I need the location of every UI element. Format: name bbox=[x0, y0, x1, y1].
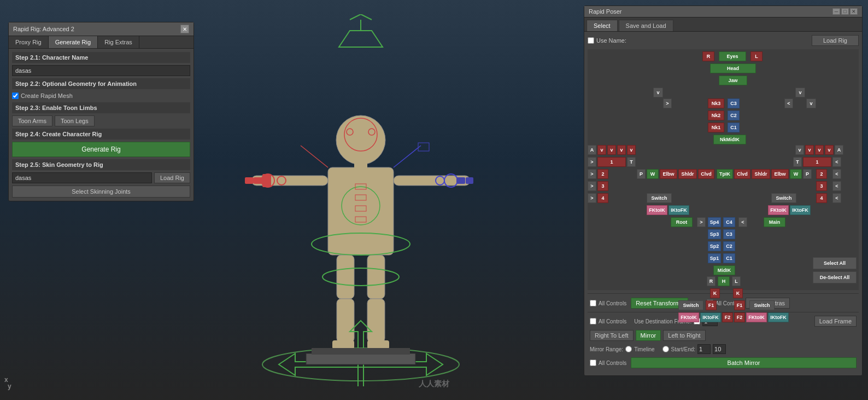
num3-left[interactable]: 3 bbox=[597, 181, 608, 191]
v-right-2[interactable]: v bbox=[805, 145, 814, 155]
num2-left[interactable]: 2 bbox=[597, 169, 608, 179]
arrow-lt-4[interactable]: < bbox=[832, 193, 841, 203]
switch-foot-right[interactable]: Switch bbox=[749, 300, 775, 310]
c2-bot-button[interactable]: C2 bbox=[723, 241, 735, 251]
eyes-l-button[interactable]: L bbox=[750, 51, 763, 61]
a-right[interactable]: A bbox=[835, 145, 843, 155]
nkmidik-button[interactable]: NkMidIK bbox=[713, 135, 746, 144]
toon-legs-button[interactable]: Toon Legs bbox=[55, 115, 95, 126]
iktofk-right[interactable]: IKtoFK bbox=[790, 205, 811, 215]
select-skinning-joints-button[interactable]: Select Skinning Joints bbox=[12, 185, 190, 198]
num3-right[interactable]: 3 bbox=[816, 181, 827, 191]
iktofk-left[interactable]: IKtoFK bbox=[668, 205, 689, 215]
v-top-right[interactable]: v bbox=[795, 88, 805, 97]
tab-proxy-rig[interactable]: Proxy Rig bbox=[9, 36, 49, 48]
sp1-button[interactable]: Sp1 bbox=[708, 253, 721, 263]
load-rig-button[interactable]: Load Rig bbox=[154, 172, 190, 183]
a-left[interactable]: A bbox=[588, 145, 596, 155]
end-val-input[interactable] bbox=[713, 344, 726, 354]
fktofk-right[interactable]: FKtoIK bbox=[768, 205, 789, 215]
deselect-all-button[interactable]: De-Select All bbox=[813, 271, 857, 283]
left-to-right-button[interactable]: Left to Right bbox=[663, 330, 705, 341]
h-button[interactable]: H bbox=[718, 276, 730, 286]
v4-left[interactable]: v bbox=[627, 145, 636, 155]
clvd-right[interactable]: Clvd bbox=[734, 169, 750, 179]
eyes-r-button[interactable]: R bbox=[702, 51, 714, 61]
f1-right[interactable]: F1 bbox=[734, 300, 745, 310]
v1-left[interactable]: v bbox=[597, 145, 606, 155]
start-end-radio[interactable] bbox=[662, 346, 669, 352]
generate-rig-button[interactable]: Generate Rig bbox=[12, 142, 190, 157]
c1-bot-button[interactable]: C1 bbox=[723, 253, 735, 263]
num2-right[interactable]: 2 bbox=[816, 169, 827, 179]
t-left[interactable]: T bbox=[627, 157, 636, 167]
fktofk-foot-left[interactable]: FKtoIK bbox=[678, 312, 699, 322]
shldr-left[interactable]: Shldr bbox=[678, 169, 697, 179]
eyes-label-button[interactable]: Eyes bbox=[719, 51, 746, 61]
shldr-right[interactable]: Shldr bbox=[752, 169, 770, 179]
toon-arms-button[interactable]: Toon Arms bbox=[12, 115, 52, 126]
character-name-input[interactable] bbox=[12, 65, 190, 76]
right-to-left-button[interactable]: Right To Left bbox=[590, 330, 634, 341]
elbw-right[interactable]: Elbw bbox=[771, 169, 789, 179]
arrow-gt-2[interactable]: > bbox=[588, 169, 596, 179]
num4-left[interactable]: 4 bbox=[597, 193, 608, 203]
w-right[interactable]: W bbox=[790, 169, 802, 179]
v2-left[interactable]: v bbox=[607, 145, 616, 155]
k-left[interactable]: K bbox=[710, 288, 720, 298]
arrow-lt-spine[interactable]: < bbox=[738, 217, 747, 227]
f2-right[interactable]: F2 bbox=[734, 312, 745, 322]
main-button[interactable]: Main bbox=[764, 217, 785, 227]
t-right[interactable]: T bbox=[793, 157, 802, 167]
tab-select[interactable]: Select bbox=[587, 20, 618, 31]
f2-left[interactable]: F2 bbox=[722, 312, 733, 322]
arrow-gt-3[interactable]: > bbox=[588, 181, 596, 191]
c2-top-button[interactable]: C2 bbox=[728, 111, 740, 120]
w-left[interactable]: W bbox=[647, 169, 659, 179]
num1-left[interactable]: 1 bbox=[597, 157, 626, 167]
tab-generate-rig[interactable]: Generate Rig bbox=[49, 36, 98, 48]
tab-save-load[interactable]: Save and Load bbox=[619, 20, 673, 31]
batch-mirror-button[interactable]: Batch Mirror bbox=[631, 357, 857, 368]
all-controls-checkbox-4[interactable] bbox=[590, 360, 596, 366]
root-button[interactable]: Root bbox=[671, 217, 693, 227]
f1-left[interactable]: F1 bbox=[706, 300, 717, 310]
close-button[interactable]: ✕ bbox=[850, 8, 858, 15]
clvd-left[interactable]: Clvd bbox=[698, 169, 714, 179]
sp4-button[interactable]: Sp4 bbox=[708, 217, 721, 227]
k-right[interactable]: K bbox=[733, 288, 743, 298]
arrow-left-nk3[interactable]: > bbox=[663, 98, 672, 108]
iktofk-foot-left[interactable]: IKtoFK bbox=[700, 312, 721, 322]
arrow-lt-3[interactable]: < bbox=[832, 181, 841, 191]
elbw-left[interactable]: Elbw bbox=[660, 169, 677, 179]
use-name-checkbox[interactable] bbox=[588, 37, 594, 44]
arrow-lt-1[interactable]: < bbox=[832, 157, 841, 167]
head-button[interactable]: Head bbox=[710, 63, 756, 73]
select-all-button[interactable]: Select All bbox=[813, 257, 857, 269]
fktofk-foot-right[interactable]: FKtoIK bbox=[746, 312, 767, 322]
jaw-button[interactable]: Jaw bbox=[719, 76, 747, 85]
num1-right[interactable]: 1 bbox=[803, 157, 831, 167]
minimize-button[interactable]: ─ bbox=[832, 8, 840, 15]
c1-top-button[interactable]: C1 bbox=[728, 123, 740, 132]
v-top-left[interactable]: v bbox=[653, 88, 663, 97]
midik-button[interactable]: MidIK bbox=[713, 265, 735, 275]
c3-bot-button[interactable]: C3 bbox=[723, 229, 735, 239]
mirror-button[interactable]: Mirror bbox=[636, 330, 661, 341]
iktofk-foot-right[interactable]: IKtoFK bbox=[768, 312, 789, 322]
sp2-button[interactable]: Sp2 bbox=[708, 241, 721, 251]
switch-foot-left[interactable]: Switch bbox=[678, 300, 703, 310]
v3-left[interactable]: v bbox=[617, 145, 626, 155]
l-hip-right[interactable]: L bbox=[732, 276, 741, 286]
tpik-button[interactable]: TpIK bbox=[717, 169, 733, 179]
c3-top-button[interactable]: C3 bbox=[728, 98, 740, 108]
p-right[interactable]: P bbox=[803, 169, 812, 179]
nk1-button[interactable]: Nk1 bbox=[708, 123, 724, 132]
skin-geometry-input[interactable] bbox=[12, 172, 152, 183]
arrow-gt-4[interactable]: > bbox=[588, 193, 596, 203]
nk2-button[interactable]: Nk2 bbox=[708, 111, 724, 120]
sp3-button[interactable]: Sp3 bbox=[708, 229, 721, 239]
all-controls-checkbox-1[interactable] bbox=[590, 300, 596, 306]
start-val-input[interactable] bbox=[697, 344, 711, 354]
nk3-button[interactable]: Nk3 bbox=[708, 98, 724, 108]
